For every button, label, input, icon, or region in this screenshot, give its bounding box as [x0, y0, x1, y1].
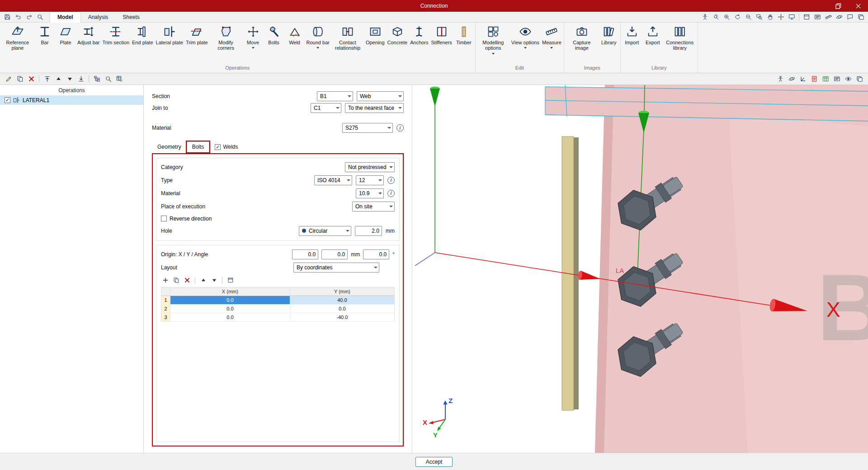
- window-layout-icon[interactable]: [802, 13, 811, 22]
- restore-button[interactable]: [828, 0, 848, 12]
- copy-row-icon[interactable]: [172, 276, 180, 284]
- join-face-select[interactable]: To the nearest face: [345, 103, 404, 113]
- report-icon[interactable]: [809, 75, 819, 84]
- move-first-icon[interactable]: [42, 75, 52, 84]
- place-select[interactable]: On site: [352, 202, 395, 212]
- section-select[interactable]: B1: [317, 91, 353, 101]
- material-select[interactable]: S275: [342, 123, 393, 133]
- cell-x[interactable]: 0.0: [170, 305, 290, 313]
- ribbon-button-round-bar[interactable]: Round bar: [305, 23, 331, 65]
- ribbon-button-trim-section[interactable]: Trim section: [101, 23, 131, 65]
- navigate-icon[interactable]: [776, 13, 786, 22]
- row-up-icon[interactable]: [199, 276, 208, 284]
- cell-y[interactable]: -40.0: [290, 313, 394, 322]
- tab-bolts[interactable]: Bolts: [187, 141, 210, 152]
- orbit-view-icon[interactable]: [787, 75, 797, 84]
- join-to-select[interactable]: C1: [311, 103, 341, 113]
- cell-y[interactable]: 40.0: [290, 296, 394, 305]
- accept-button[interactable]: Accept: [415, 457, 453, 467]
- display-options-icon[interactable]: [832, 75, 842, 84]
- hole-clearance-input[interactable]: 2.0: [355, 226, 382, 236]
- ribbon-button-adjust-bar[interactable]: Adjust bar: [76, 23, 101, 65]
- ribbon-button-bolts[interactable]: Bolts: [264, 23, 284, 65]
- comments-icon[interactable]: [845, 13, 855, 22]
- ribbon-button-timber[interactable]: Timber: [453, 23, 474, 65]
- find-member-icon[interactable]: [700, 13, 710, 22]
- layout-select[interactable]: By coordinates: [293, 263, 379, 273]
- ribbon-button-opening[interactable]: Opening: [364, 23, 386, 65]
- origin-angle-input[interactable]: 0.0: [363, 249, 389, 259]
- ribbon-button-bar[interactable]: Bar: [34, 23, 55, 65]
- ribbon-button-weld[interactable]: Weld: [284, 23, 305, 65]
- info-icon[interactable]: i: [387, 177, 395, 184]
- move-up-icon[interactable]: [53, 75, 63, 84]
- zoom-window-icon[interactable]: [754, 13, 764, 22]
- panels-stack-icon[interactable]: [854, 75, 864, 84]
- hole-type-select[interactable]: Circular: [299, 226, 351, 236]
- cell-x[interactable]: 0.0: [170, 313, 290, 322]
- ribbon-tab-analysis[interactable]: Analysis: [81, 12, 116, 22]
- group-tree-icon[interactable]: [92, 75, 102, 84]
- ribbon-button-reference-plane[interactable]: Reference plane: [1, 23, 34, 65]
- ribbon-button-lateral-plate[interactable]: Lateral plate: [155, 23, 185, 65]
- panels-icon[interactable]: [856, 13, 866, 22]
- section-part-select[interactable]: Web: [357, 91, 404, 101]
- ribbon-button-contact-relationship[interactable]: Contact relationship: [331, 23, 364, 65]
- welds-checkbox[interactable]: [215, 144, 221, 150]
- undo-icon[interactable]: [13, 13, 23, 22]
- visibility-icon[interactable]: [843, 75, 853, 84]
- column-header[interactable]: Y (mm): [290, 287, 394, 296]
- ribbon-button-stiffeners[interactable]: Stiffeners: [430, 23, 453, 65]
- reverse-direction-checkbox[interactable]: [161, 216, 167, 221]
- ribbon-button-end-plate[interactable]: End plate: [131, 23, 154, 65]
- ribbon-button-modify-corners[interactable]: Modify corners: [209, 23, 243, 65]
- ribbon-tab-model[interactable]: Model: [50, 12, 81, 23]
- zoom-refresh-icon[interactable]: [711, 13, 721, 22]
- tab-welds[interactable]: Welds: [209, 141, 243, 152]
- operation-checkbox[interactable]: [5, 97, 10, 103]
- category-select[interactable]: Not prestressed: [345, 162, 395, 172]
- search-operations-icon[interactable]: [103, 75, 113, 84]
- paste-table-icon[interactable]: [226, 276, 235, 284]
- cell-y[interactable]: 0.0: [290, 305, 394, 313]
- search-icon[interactable]: [35, 13, 45, 22]
- display-icon[interactable]: [812, 13, 822, 22]
- move-down-icon[interactable]: [65, 75, 75, 84]
- add-row-icon[interactable]: [161, 276, 170, 284]
- ribbon-button-trim-plate[interactable]: Trim plate: [184, 23, 209, 65]
- ribbon-button-library[interactable]: Library: [599, 23, 619, 65]
- edit-icon[interactable]: [4, 75, 14, 84]
- origin-x-input[interactable]: 0.0: [292, 249, 318, 259]
- ribbon-button-measure[interactable]: Measure: [541, 23, 563, 65]
- info-icon[interactable]: i: [396, 124, 404, 132]
- duplicate-icon[interactable]: [15, 75, 25, 84]
- ribbon-button-concrete[interactable]: Concrete: [386, 23, 409, 65]
- measure-view-icon[interactable]: [823, 13, 833, 22]
- operation-item[interactable]: LATERAL1: [0, 95, 143, 105]
- axes-view-icon[interactable]: [798, 75, 808, 84]
- ribbon-button-plate[interactable]: Plate: [55, 23, 76, 65]
- cell-x[interactable]: 0.0: [170, 296, 290, 305]
- info-icon[interactable]: i: [387, 190, 395, 197]
- bolt-grade-select[interactable]: 10.9: [356, 188, 384, 198]
- zoom-in-icon[interactable]: [722, 13, 731, 22]
- ribbon-button-view-options[interactable]: View options: [510, 23, 541, 65]
- redo-icon[interactable]: [24, 13, 34, 22]
- pan-icon[interactable]: [765, 13, 775, 22]
- move-last-icon[interactable]: [76, 75, 86, 84]
- bolt-assembly-select[interactable]: ISO 4014: [314, 175, 352, 185]
- tables-icon[interactable]: [821, 75, 830, 84]
- ribbon-button-connections-library[interactable]: Connections library: [663, 23, 697, 65]
- delete-icon[interactable]: [26, 75, 36, 84]
- ribbon-button-move[interactable]: Move: [243, 23, 264, 65]
- ribbon-button-modelling-options[interactable]: Modelling options: [476, 23, 510, 65]
- fit-screen-icon[interactable]: [787, 13, 797, 22]
- ribbon-button-import[interactable]: Import: [622, 23, 642, 65]
- ribbon-button-anchors[interactable]: Anchors: [409, 23, 429, 65]
- ribbon-button-capture-image[interactable]: Capture image: [565, 23, 599, 65]
- delete-row-icon[interactable]: [183, 276, 191, 284]
- workplane-icon[interactable]: [775, 75, 785, 84]
- ribbon-tab-sheets[interactable]: Sheets: [115, 12, 146, 22]
- 3d-viewport[interactable]: B: [412, 85, 868, 453]
- zoom-out-icon[interactable]: [743, 13, 753, 22]
